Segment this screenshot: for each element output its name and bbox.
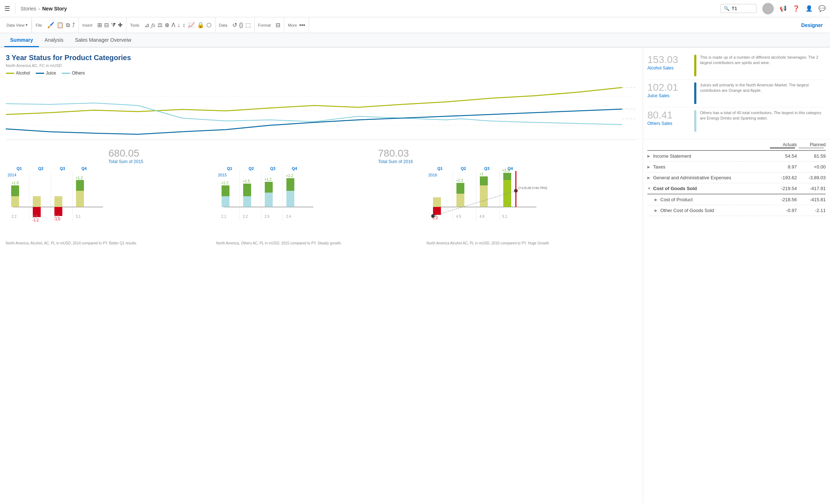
designer-button[interactable]: Designer bbox=[797, 22, 827, 28]
tab-sales-manager[interactable]: Sales Manager Overveiw bbox=[69, 33, 137, 47]
breadcrumb-parent[interactable]: Stories bbox=[21, 6, 36, 12]
row-expand-cogs[interactable]: ▼ bbox=[647, 186, 653, 190]
target-icon[interactable]: ⊕ bbox=[165, 22, 169, 28]
svg-rect-39 bbox=[222, 185, 229, 196]
svg-text:+1: +1 bbox=[479, 172, 484, 176]
legend-others-label: Others bbox=[72, 71, 85, 76]
more-label: More bbox=[288, 23, 297, 27]
row-actuals-cogs: -219.54 bbox=[768, 186, 797, 191]
svg-text:Q2: Q2 bbox=[461, 166, 466, 171]
svg-text:5.1: 5.1 bbox=[502, 215, 507, 219]
row-expand-cop[interactable]: ▶ bbox=[655, 198, 660, 202]
sort-icon[interactable]: ↕ bbox=[183, 22, 186, 28]
svg-text:Q2: Q2 bbox=[249, 166, 254, 171]
row-actuals-taxes: 8.97 bbox=[768, 164, 797, 170]
arrow-down-icon[interactable]: ↓ bbox=[178, 22, 180, 28]
shape-icon[interactable]: ⬡ bbox=[206, 22, 211, 28]
row-planned-cogs: -417.91 bbox=[797, 186, 826, 191]
sliders-icon[interactable]: ⧩ bbox=[111, 22, 116, 28]
formula-icon[interactable]: 𝑓𝑥 bbox=[151, 22, 155, 28]
row-actuals-income: 54.54 bbox=[768, 153, 797, 159]
legend-others: Others bbox=[62, 71, 85, 76]
table-row-cogs[interactable]: ▼ Cost of Goods Sold -219.54 -417.91 bbox=[647, 183, 826, 194]
svg-text:2.3: 2.3 bbox=[32, 215, 37, 219]
layout-icon[interactable]: ⊞ bbox=[97, 22, 102, 28]
format-label: Format bbox=[258, 23, 274, 27]
refresh-icon[interactable]: ↺ bbox=[232, 22, 237, 28]
table-icon[interactable]: 📋 bbox=[57, 22, 64, 28]
table-row-ga[interactable]: ▶ General and Administrative Expenses -1… bbox=[647, 172, 826, 183]
add-icon[interactable]: ✚ bbox=[118, 22, 122, 28]
grid-icon[interactable]: ⊟ bbox=[104, 22, 109, 28]
table-row-income[interactable]: ▶ Income Statement 54.54 81.59 bbox=[647, 151, 826, 162]
top-right-controls: 🔍 📢 ❓ 👤 💬 bbox=[720, 3, 826, 14]
search-icon: 🔍 bbox=[724, 6, 729, 11]
svg-rect-17 bbox=[33, 196, 41, 207]
chart-legend: Alcohol Juice Others bbox=[6, 71, 637, 76]
help-icon[interactable]: ❓ bbox=[793, 5, 800, 12]
svg-text:-1.2: -1.2 bbox=[32, 218, 39, 222]
kpi-others-value-block: 80.41 Others Sales bbox=[647, 110, 691, 126]
total-2016-number: 780.03 bbox=[378, 148, 637, 159]
search-input[interactable] bbox=[732, 6, 753, 11]
user-menu-icon[interactable]: 👤 bbox=[806, 5, 813, 12]
row-expand-income[interactable]: ▶ bbox=[647, 154, 653, 158]
more-dots-icon[interactable]: ••• bbox=[299, 22, 305, 28]
row-name-taxes: Taxes bbox=[653, 164, 768, 170]
svg-text:Q3: Q3 bbox=[60, 166, 65, 171]
svg-rect-26 bbox=[76, 180, 84, 191]
svg-text:2.5: 2.5 bbox=[264, 215, 269, 219]
row-name-cogs: Cost of Goods Sold bbox=[653, 186, 768, 191]
lock-icon[interactable]: 🔒 bbox=[197, 22, 204, 28]
svg-rect-13 bbox=[11, 196, 19, 207]
file-label: File bbox=[36, 23, 45, 27]
main-content: 3 Year Status for Product Categories Nor… bbox=[0, 48, 830, 503]
svg-text:Q1: Q1 bbox=[17, 166, 22, 171]
table-row-cop[interactable]: ▶ Cost of Product -218.56 -415.81 bbox=[647, 194, 826, 205]
bar-chart-2016: Q1 Q2 Q3 Q4 2016 -1.2 2.4 +2.2 4.5 bbox=[427, 166, 637, 246]
balance-icon[interactable]: ⚖ bbox=[157, 22, 162, 28]
copy-icon[interactable]: ⧉ bbox=[66, 22, 70, 28]
share-icon[interactable]: ⤴ bbox=[72, 22, 75, 28]
svg-text:2014: 2014 bbox=[8, 173, 16, 177]
row-expand-other-cogs[interactable]: ▶ bbox=[655, 208, 660, 212]
svg-rect-25 bbox=[76, 191, 84, 207]
dataview-button[interactable]: Data View ▾ bbox=[6, 23, 28, 27]
row-expand-ga[interactable]: ▶ bbox=[647, 176, 653, 180]
svg-text:2.2: 2.2 bbox=[243, 215, 248, 219]
svg-rect-42 bbox=[243, 196, 251, 207]
format-table-icon[interactable]: ⊟ bbox=[276, 22, 280, 28]
search-box[interactable]: 🔍 bbox=[720, 4, 757, 13]
chat-icon[interactable]: 💬 bbox=[818, 5, 826, 12]
datasource-icon[interactable]: ⬚ bbox=[245, 22, 251, 28]
toolbar-dataview: Data View ▾ bbox=[3, 17, 32, 33]
chart-icon[interactable]: 📈 bbox=[188, 22, 195, 28]
avatar[interactable] bbox=[762, 3, 774, 14]
brush-icon[interactable]: 🖌️ bbox=[47, 22, 54, 28]
svg-rect-63 bbox=[433, 197, 441, 207]
hamburger-icon[interactable]: ☰ bbox=[4, 5, 10, 13]
table-row-other-cogs[interactable]: ▶ Other Cost of Goods Sold -0.97 -2.11 bbox=[647, 205, 826, 216]
svg-rect-64 bbox=[433, 207, 441, 215]
tab-summary[interactable]: Summary bbox=[4, 33, 39, 47]
svg-text:2.0: 2.0 bbox=[54, 215, 59, 219]
kpi-alcohol-desc: This is made up of a number of different… bbox=[700, 55, 826, 66]
toolbar-tools-group: Tools ⊿ 𝑓𝑥 ⚖ ⊕ Λ ↓ ↕ 📈 🔒 ⬡ bbox=[126, 17, 215, 33]
megaphone-icon[interactable]: 📢 bbox=[780, 5, 787, 12]
code-icon[interactable]: {} bbox=[239, 22, 243, 28]
svg-rect-67 bbox=[456, 194, 464, 207]
row-actuals-cop: -218.56 bbox=[768, 197, 797, 202]
row-name-cop: Cost of Product bbox=[660, 197, 768, 202]
table-row-taxes[interactable]: ▶ Taxes 8.97 +0.00 bbox=[647, 162, 826, 172]
bar-chart-2015: Q1 Q2 Q3 Q4 2015 +1.2 2.1 +1.5 2.2 bbox=[216, 166, 427, 246]
tab-analysis[interactable]: Analysis bbox=[39, 33, 69, 47]
row-expand-taxes[interactable]: ▶ bbox=[647, 165, 653, 169]
kpi-others-desc: Others has a total of 40 total contribut… bbox=[700, 110, 826, 121]
bar-chart-2014: Q1 Q2 Q3 Q4 2014 +1.0 2.2 bbox=[6, 166, 216, 246]
filter-icon[interactable]: ⊿ bbox=[144, 22, 149, 28]
table-section: Actuals Planned ▶ Income Statement 54.54… bbox=[643, 139, 830, 503]
kpi-juice-value-block: 102.01 Juice Sales bbox=[647, 82, 691, 98]
kpi-others-label: Others Sales bbox=[647, 121, 691, 126]
transform-icon[interactable]: Λ bbox=[171, 22, 175, 28]
total-2015-number: 680.05 bbox=[108, 148, 367, 159]
